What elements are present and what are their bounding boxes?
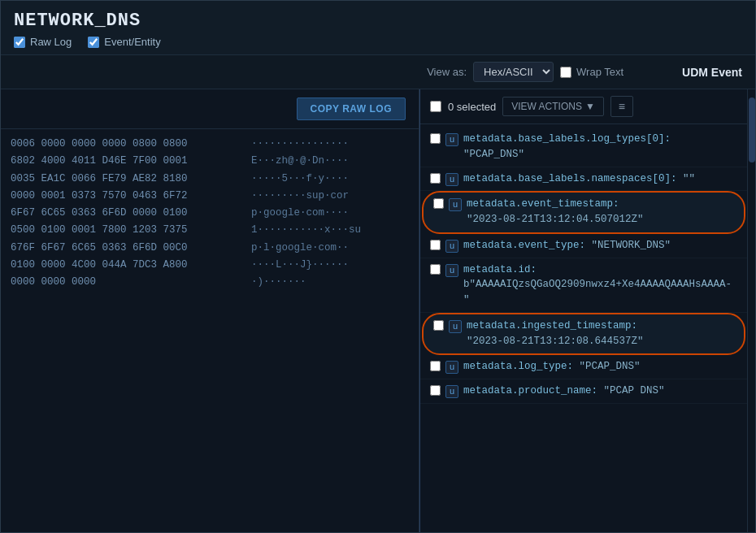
page-title: NETWORK_DNS xyxy=(14,11,742,31)
udm-value-5: "2023-08-21T13:12:08.644537Z" xyxy=(467,336,644,347)
view-as-label: View as: xyxy=(427,66,467,78)
raw-log-label[interactable]: Raw Log xyxy=(14,36,72,48)
selected-count: 0 selected xyxy=(448,101,496,113)
udm-event-header: UDM Event xyxy=(669,66,742,79)
copy-raw-log-button[interactable]: COPY RAW LOG xyxy=(297,98,406,120)
udm-key-3: metadata.event_type: xyxy=(463,240,592,251)
chevron-down-icon: ▼ xyxy=(585,101,595,112)
udm-item-text-6: metadata.log_type: "PCAP_DNS" xyxy=(463,359,737,375)
filter-icon: ≡ xyxy=(619,100,625,113)
udm-item-text-0: metadata.base_labels.log_types[0]: "PCAP… xyxy=(463,132,737,162)
list-item: u metadata.base_labels.log_types[0]: "PC… xyxy=(420,128,747,167)
hex-panel: COPY RAW LOG 0006 0000 0000 0000 0800 08… xyxy=(1,89,419,532)
list-item: u metadata.log_type: "PCAP_DNS" xyxy=(420,355,747,379)
udm-value-7: "PCAP DNS" xyxy=(604,385,665,396)
udm-icon-2: u xyxy=(449,198,462,211)
item-checkbox-6[interactable] xyxy=(430,361,441,371)
filter-button[interactable]: ≡ xyxy=(610,96,633,117)
udm-value-0: "PCAP_DNS" xyxy=(463,149,524,160)
list-item: u metadata.event_type: "NETWORK_DNS" xyxy=(420,234,747,258)
view-actions-button[interactable]: VIEW ACTIONS ▼ xyxy=(502,97,604,116)
list-item: u metadata.id: b"AAAAAIQzsQGaOQ2909nwxz4… xyxy=(420,258,747,313)
udm-key-4: metadata.id: xyxy=(463,264,537,275)
item-checkbox-1[interactable] xyxy=(430,173,441,184)
udm-icon-0: u xyxy=(445,133,458,146)
udm-key-1: metadata.base_labels.namespaces[0]: xyxy=(463,173,683,184)
item-checkbox-7[interactable] xyxy=(430,385,441,396)
wrap-text-group: Wrap Text xyxy=(560,66,623,78)
udm-icon-6: u xyxy=(445,361,458,374)
udm-icon-1: u xyxy=(445,173,458,186)
udm-value-4: b"AAAAAIQzsQGaOQ2909nwxz4+Xe4AAAAQAAAHsA… xyxy=(463,279,732,306)
udm-toolbar: 0 selected VIEW ACTIONS ▼ ≡ xyxy=(420,89,747,124)
main-content: COPY RAW LOG 0006 0000 0000 0000 0800 08… xyxy=(1,89,755,532)
item-checkbox-4[interactable] xyxy=(430,264,441,275)
udm-value-6: "PCAP_DNS" xyxy=(580,361,641,372)
raw-log-text: Raw Log xyxy=(30,36,72,48)
toolbar: View as: Hex/ASCII ASCII Hex Wrap Text U… xyxy=(1,55,755,89)
udm-value-2: "2023-08-21T13:12:04.507012Z" xyxy=(467,214,644,225)
udm-key-2: metadata.event_timestamp: xyxy=(467,198,619,210)
udm-item-text-5: metadata.ingested_timestamp: "2023-08-21… xyxy=(467,318,734,349)
list-item: 1 u metadata.event_timestamp: "2023-08-2… xyxy=(424,193,744,232)
view-actions-label: VIEW ACTIONS xyxy=(511,101,582,112)
event-entity-text: Event/Entity xyxy=(104,36,160,48)
list-item: u metadata.product_name: "PCAP DNS" xyxy=(420,379,747,404)
event-entity-checkbox[interactable] xyxy=(88,37,99,48)
udm-item-text-7: metadata.product_name: "PCAP DNS" xyxy=(463,384,737,399)
udm-icon-7: u xyxy=(445,385,458,398)
hex-right: ················ E···zh@·@·Dn···· ·····5… xyxy=(245,136,367,526)
udm-value-1: "" xyxy=(683,173,695,184)
udm-panel: 0 selected VIEW ACTIONS ▼ ≡ u metadata.b… xyxy=(420,89,747,532)
wrap-text-checkbox[interactable] xyxy=(560,67,571,78)
hex-content: 0006 0000 0000 0000 0800 0800 6802 4000 … xyxy=(1,129,419,532)
udm-key-6: metadata.log_type: xyxy=(463,361,580,372)
copy-raw-btn-row: COPY RAW LOG xyxy=(1,89,419,129)
udm-item-text-3: metadata.event_type: "NETWORK_DNS" xyxy=(463,238,737,254)
udm-key-7: metadata.product_name: xyxy=(463,385,604,396)
udm-key-0: metadata.base_labels.log_types[0]: xyxy=(463,133,671,145)
udm-item-text-4: metadata.id: b"AAAAAIQzsQGaOQ2909nwxz4+X… xyxy=(463,262,737,308)
header: NETWORK_DNS Raw Log Event/Entity xyxy=(1,1,755,55)
view-as-group: View as: Hex/ASCII ASCII Hex Wrap Text xyxy=(14,62,656,82)
scrollbar-thumb[interactable] xyxy=(749,98,755,162)
udm-list: u metadata.base_labels.log_types[0]: "PC… xyxy=(420,124,747,532)
item-checkbox-3[interactable] xyxy=(430,240,441,250)
view-as-select[interactable]: Hex/ASCII ASCII Hex xyxy=(473,62,554,82)
udm-icon-4: u xyxy=(445,264,458,277)
select-all-checkbox[interactable] xyxy=(430,101,441,112)
list-item: 2 u metadata.ingested_timestamp: "2023-0… xyxy=(424,314,744,354)
udm-item-text-2: metadata.event_timestamp: "2023-08-21T13… xyxy=(467,197,734,228)
udm-item-text-1: metadata.base_labels.namespaces[0]: "" xyxy=(463,171,737,187)
item-checkbox-2[interactable] xyxy=(433,198,444,209)
item-checkbox-0[interactable] xyxy=(430,133,441,144)
app-container: NETWORK_DNS Raw Log Event/Entity View as… xyxy=(0,0,756,533)
udm-key-5: metadata.ingested_timestamp: xyxy=(467,320,637,332)
wrap-text-label: Wrap Text xyxy=(576,66,623,78)
item-checkbox-5[interactable] xyxy=(433,320,444,331)
right-scrollbar[interactable] xyxy=(747,89,755,532)
udm-value-3: "NETWORK_DNS" xyxy=(592,240,671,251)
event-entity-label[interactable]: Event/Entity xyxy=(88,36,160,48)
raw-log-checkbox[interactable] xyxy=(14,37,25,48)
udm-icon-3: u xyxy=(445,240,458,253)
checkboxes-row: Raw Log Event/Entity xyxy=(14,36,742,48)
udm-icon-5: u xyxy=(449,320,462,333)
list-item: u metadata.base_labels.namespaces[0]: "" xyxy=(420,167,747,192)
hex-left: 0006 0000 0000 0000 0800 0800 6802 4000 … xyxy=(1,136,245,526)
